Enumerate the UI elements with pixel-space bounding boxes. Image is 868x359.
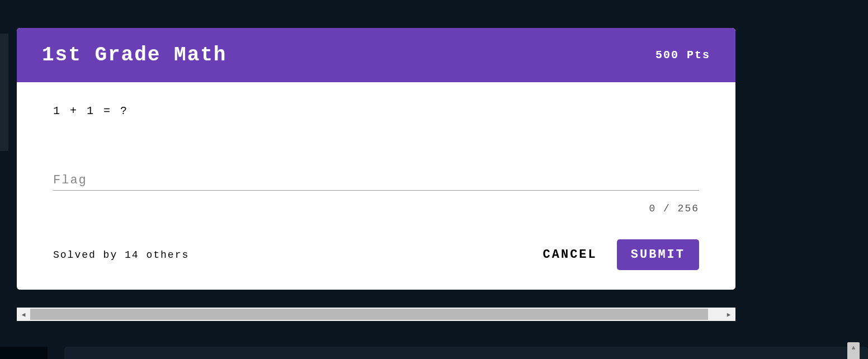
- submit-button[interactable]: SUBMIT: [617, 239, 699, 270]
- challenge-title: 1st Grade Math: [42, 44, 227, 67]
- cancel-button[interactable]: CANCEL: [540, 239, 600, 270]
- challenge-points: 500 Pts: [655, 49, 710, 62]
- action-buttons: CANCEL SUBMIT: [540, 239, 699, 270]
- scrollbar-track[interactable]: [30, 309, 722, 320]
- challenge-modal: 1st Grade Math 500 Pts 1 + 1 = ? 0 / 256…: [17, 28, 735, 290]
- character-counter: 0 / 256: [53, 203, 699, 214]
- bottom-bar-segment-left: [0, 347, 48, 359]
- bottom-bar: [0, 347, 868, 359]
- vertical-scrollbar-up-arrow-icon[interactable]: ▲: [847, 342, 860, 359]
- background-panel: [0, 34, 8, 151]
- horizontal-scrollbar[interactable]: ◀ ▶: [17, 308, 735, 321]
- bottom-bar-segment-right: [64, 347, 868, 359]
- modal-header: 1st Grade Math 500 Pts: [17, 28, 735, 82]
- challenge-question: 1 + 1 = ?: [53, 105, 699, 117]
- scrollbar-left-arrow-icon[interactable]: ◀: [17, 308, 30, 321]
- solved-by-text: Solved by 14 others: [53, 249, 189, 261]
- modal-body: 1 + 1 = ? 0 / 256 Solved by 14 others CA…: [17, 82, 735, 290]
- scrollbar-thumb[interactable]: [30, 309, 708, 320]
- scrollbar-right-arrow-icon[interactable]: ▶: [722, 308, 735, 321]
- flag-input[interactable]: [53, 171, 699, 191]
- modal-footer: Solved by 14 others CANCEL SUBMIT: [53, 239, 699, 270]
